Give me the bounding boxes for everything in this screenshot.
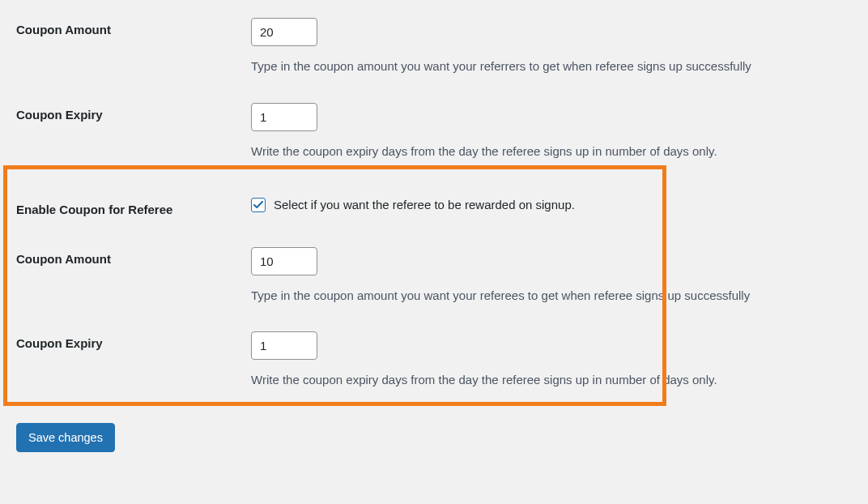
enable-coupon-referee-label: Enable Coupon for Referee <box>16 198 251 216</box>
checkmark-icon <box>253 200 263 210</box>
referrer-coupon-amount-label: Coupon Amount <box>16 18 251 36</box>
referee-coupon-amount-label: Coupon Amount <box>16 247 251 266</box>
referrer-coupon-expiry-input[interactable] <box>251 103 317 131</box>
referee-coupon-expiry-desc: Write the coupon expiry days from the da… <box>251 371 852 389</box>
enable-coupon-referee-row: Enable Coupon for Referee Select if you … <box>0 180 868 239</box>
enable-coupon-referee-checkbox[interactable] <box>251 198 266 212</box>
referrer-coupon-expiry-label: Coupon Expiry <box>16 103 251 122</box>
referee-coupon-expiry-input[interactable] <box>251 331 317 360</box>
save-changes-button[interactable]: Save changes <box>16 423 115 452</box>
referee-coupon-amount-row: Coupon Amount Type in the coupon amount … <box>0 239 868 324</box>
referee-coupon-expiry-label: Coupon Expiry <box>16 331 251 350</box>
referee-coupon-amount-input[interactable] <box>251 247 317 275</box>
referrer-coupon-amount-desc: Type in the coupon amount you want your … <box>251 58 852 75</box>
enable-coupon-referee-checkbox-label: Select if you want the referee to be rew… <box>274 198 575 211</box>
referrer-coupon-amount-row: Coupon Amount Type in the coupon amount … <box>0 0 868 95</box>
referee-coupon-amount-desc: Type in the coupon amount you want your … <box>251 287 852 305</box>
referrer-coupon-expiry-row: Coupon Expiry Write the coupon expiry da… <box>0 95 868 180</box>
referee-coupon-expiry-row: Coupon Expiry Write the coupon expiry da… <box>0 323 868 408</box>
referrer-coupon-amount-input[interactable] <box>251 18 317 46</box>
referrer-coupon-expiry-desc: Write the coupon expiry days from the da… <box>251 143 852 160</box>
